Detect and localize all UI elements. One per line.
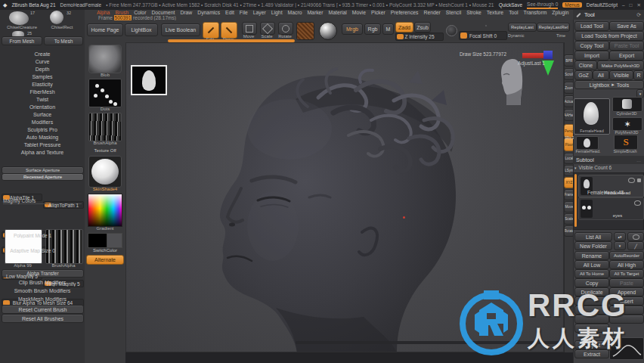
all-low-button[interactable]: All Low: [574, 260, 609, 269]
list-all-button[interactable]: List All: [574, 232, 612, 241]
save-as-button[interactable]: Save As: [609, 21, 644, 31]
duplicate-button[interactable]: Duplicate: [574, 287, 609, 296]
current-brush-thumb[interactable]: [88, 45, 122, 73]
menu-edit[interactable]: Edit: [225, 10, 234, 16]
z-intensity-slider[interactable]: Z Intensity 25: [395, 33, 444, 41]
copy-button[interactable]: Copy: [574, 278, 609, 287]
active-tool-thumb[interactable]: FemaleHead: [574, 98, 610, 135]
menu-dynamics[interactable]: Dynamics: [197, 10, 220, 16]
home-page-button[interactable]: Home Page: [87, 23, 123, 36]
goz-button[interactable]: GoZ: [574, 70, 593, 80]
replay-knob-icon[interactable]: [485, 25, 487, 26]
canvas[interactable]: [125, 42, 564, 352]
femalehead-small-thumb[interactable]: [576, 136, 599, 150]
slider-nub[interactable]: [397, 34, 404, 39]
menu-light[interactable]: Light: [271, 10, 283, 16]
cylinder3d-thumb[interactable]: [612, 97, 642, 112]
lightbox-tools-button[interactable]: Lightbox▸Tools: [574, 80, 644, 89]
lightbox-button[interactable]: LightBox: [125, 23, 158, 36]
subtool-button[interactable]: [574, 315, 609, 324]
menu-render[interactable]: Render: [423, 10, 440, 16]
switch-color-button[interactable]: SwitchColor: [85, 248, 125, 253]
replay-last-button[interactable]: ReplayLast: [508, 23, 537, 32]
all-high-button[interactable]: All High: [609, 260, 644, 269]
scale-mode-button[interactable]: [260, 22, 275, 35]
main-color-swatch[interactable]: [88, 233, 107, 248]
alpha-thumb[interactable]: [88, 113, 122, 141]
dynamic-toggle[interactable]: Dynamic: [508, 33, 524, 38]
export-button[interactable]: Export: [609, 51, 644, 60]
high-magnify-slider[interactable]: High Magnify 5: [43, 280, 84, 287]
subtool-scrollbar[interactable]: [574, 174, 577, 227]
brush-section-surface[interactable]: Surface: [0, 112, 85, 117]
eye-icon[interactable]: [628, 178, 635, 183]
menu-layer[interactable]: Layer: [253, 10, 266, 16]
all-button[interactable]: All: [593, 70, 609, 80]
folder-brush-button[interactable]: ╱: [627, 241, 644, 250]
brush-section-alpha-texture[interactable]: Alpha and Texture: [0, 150, 85, 155]
subtool-row-eyes[interactable]: eyes: [578, 197, 644, 220]
subtool-button[interactable]: [609, 306, 644, 315]
brush-section-auto-masking[interactable]: Auto Masking: [0, 135, 85, 140]
brush-section-modifiers[interactable]: Modifiers: [0, 119, 85, 125]
simplebrush-thumb[interactable]: S: [614, 135, 638, 150]
replay-last-rel-button[interactable]: ReplayLastRel: [537, 23, 570, 32]
reset-all-brushes-button[interactable]: Reset All Brushes: [2, 314, 84, 323]
all-to-home-button[interactable]: All To Home: [574, 269, 609, 278]
from-mesh-button[interactable]: From Mesh: [2, 36, 42, 45]
menu-stencil[interactable]: Stencil: [446, 10, 461, 16]
subtool-updown-button[interactable]: ▴▾: [614, 232, 626, 241]
paste-tool-button[interactable]: Paste Tool: [609, 41, 644, 51]
color-gradient-picker[interactable]: [88, 194, 122, 227]
project-button[interactable]: Project: [574, 340, 609, 349]
sculpt-head[interactable]: [182, 67, 485, 352]
polymesh3d-thumb[interactable]: ✶: [612, 117, 642, 131]
new-folder-button[interactable]: New Folder: [574, 241, 612, 250]
zsub-button[interactable]: Zsub: [414, 22, 431, 33]
axis-gizmo[interactable]: [522, 51, 553, 81]
menu-file[interactable]: File: [240, 10, 248, 16]
chisel-rect-thumb[interactable]: [50, 11, 63, 24]
menu-marker[interactable]: Marker: [307, 10, 323, 16]
see-through-slider[interactable]: See-through 0: [527, 2, 558, 9]
make-polymesh3d-button[interactable]: Make PolyMesh3D: [597, 60, 644, 70]
folder-updown-button[interactable]: ▾: [614, 241, 626, 250]
brush-section-create[interactable]: Create: [0, 51, 85, 57]
aligntopath-slider[interactable]: AlignToPath 1: [43, 201, 84, 209]
copy-tool-button[interactable]: Copy Tool: [574, 41, 609, 51]
menu-material[interactable]: Material: [329, 10, 347, 16]
import-button[interactable]: Import: [574, 51, 609, 60]
paste-button[interactable]: Paste: [609, 278, 644, 287]
focal-shift-slider[interactable]: Focal Shift 0: [459, 31, 507, 40]
move-mode-button[interactable]: [242, 22, 257, 35]
secondary-color-swatch[interactable]: [107, 233, 122, 248]
triangle-down-icon[interactable]: ▾: [574, 166, 577, 170]
subtool-eye-button[interactable]: [627, 232, 644, 241]
load-tool-button[interactable]: Load Tool: [574, 21, 609, 31]
insert-button[interactable]: Insert: [609, 296, 644, 306]
brush-section-depth[interactable]: Depth: [0, 67, 85, 72]
stroke-type-thumb[interactable]: [88, 79, 122, 107]
canvas-scrollbar[interactable]: [296, 341, 560, 344]
brush-section-elasticity[interactable]: Elasticity: [0, 82, 85, 87]
brush-section-samples[interactable]: Samples: [0, 74, 85, 79]
menu-texture[interactable]: Texture: [487, 10, 503, 16]
chisel-creature-thumb[interactable]: [9, 11, 29, 25]
brush-toggle-icon[interactable]: [637, 178, 641, 182]
menu-draw[interactable]: Draw: [180, 10, 192, 16]
subtool-button[interactable]: [574, 296, 609, 306]
brush-section-twist[interactable]: Twist: [0, 97, 85, 102]
clone-button[interactable]: Clone: [574, 60, 597, 70]
smooth-brush-modifiers[interactable]: Smooth Brush Modifiers: [0, 288, 85, 293]
brush-section-fibermesh[interactable]: FiberMesh: [0, 89, 85, 95]
menu-tool[interactable]: Tool: [509, 10, 518, 16]
brush-section-curve[interactable]: Curve: [0, 59, 85, 64]
low-magnify-slider[interactable]: Low Magnify 5: [2, 272, 42, 280]
extract-button[interactable]: Extract: [574, 349, 609, 358]
menu-transform[interactable]: Transform: [524, 10, 547, 16]
append-button[interactable]: Append: [609, 287, 644, 296]
time-toggle[interactable]: Time: [556, 33, 565, 38]
r-button[interactable]: R: [633, 70, 644, 80]
menu-stroke[interactable]: Stroke: [466, 10, 481, 16]
brush-section-orientation[interactable]: Orientation: [0, 104, 85, 110]
